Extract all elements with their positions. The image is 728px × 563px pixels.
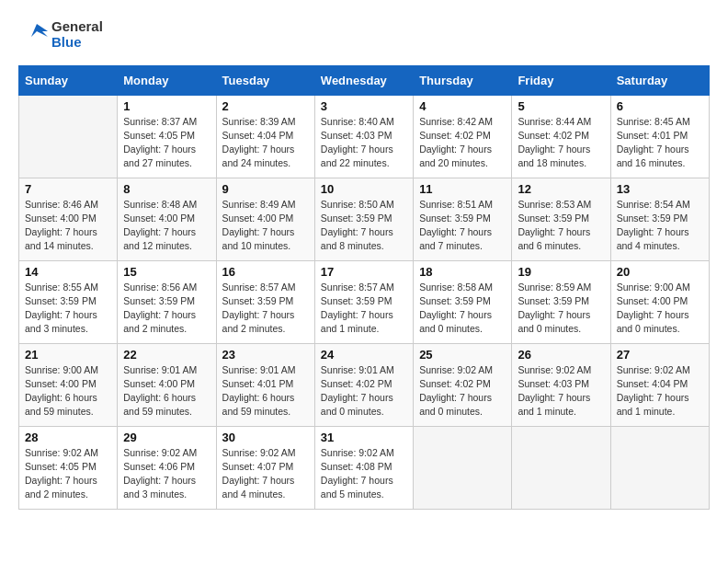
calendar-table: SundayMondayTuesdayWednesdayThursdayFrid… <box>18 65 710 510</box>
logo-blue-text: Blue <box>51 34 103 50</box>
header-monday: Monday <box>118 65 216 95</box>
calendar-cell: 15Sunrise: 8:56 AMSunset: 3:59 PMDayligh… <box>118 260 216 343</box>
day-number: 24 <box>321 348 407 362</box>
header-tuesday: Tuesday <box>216 65 314 95</box>
day-number: 10 <box>321 182 407 196</box>
calendar-cell: 4Sunrise: 8:42 AMSunset: 4:02 PMDaylight… <box>414 95 512 178</box>
calendar-cell: 20Sunrise: 9:00 AMSunset: 4:00 PMDayligh… <box>610 260 709 343</box>
day-info: Sunrise: 9:02 AMSunset: 4:03 PMDaylight:… <box>518 363 604 419</box>
day-info: Sunrise: 8:39 AMSunset: 4:04 PMDaylight:… <box>222 115 309 171</box>
calendar-cell: 1Sunrise: 8:37 AMSunset: 4:05 PMDaylight… <box>118 95 216 178</box>
day-number: 16 <box>222 265 309 279</box>
day-number: 5 <box>518 99 604 113</box>
day-number: 9 <box>222 182 309 196</box>
day-info: Sunrise: 8:53 AMSunset: 3:59 PMDaylight:… <box>518 198 604 254</box>
calendar-cell: 12Sunrise: 8:53 AMSunset: 3:59 PMDayligh… <box>512 178 610 260</box>
day-info: Sunrise: 9:00 AMSunset: 4:00 PMDaylight:… <box>25 363 111 419</box>
day-number: 17 <box>321 265 407 279</box>
calendar-cell: 16Sunrise: 8:57 AMSunset: 3:59 PMDayligh… <box>216 260 314 343</box>
calendar-cell: 26Sunrise: 9:02 AMSunset: 4:03 PMDayligh… <box>512 343 610 426</box>
logo-general-text: General <box>51 18 103 34</box>
week-row-3: 14Sunrise: 8:55 AMSunset: 3:59 PMDayligh… <box>19 260 710 343</box>
day-number: 13 <box>617 182 703 196</box>
calendar-cell: 5Sunrise: 8:44 AMSunset: 4:02 PMDaylight… <box>512 95 610 178</box>
calendar-cell: 22Sunrise: 9:01 AMSunset: 4:00 PMDayligh… <box>118 343 216 426</box>
calendar-cell: 13Sunrise: 8:54 AMSunset: 3:59 PMDayligh… <box>610 178 709 260</box>
day-info: Sunrise: 9:02 AMSunset: 4:04 PMDaylight:… <box>617 363 703 419</box>
day-info: Sunrise: 8:55 AMSunset: 3:59 PMDaylight:… <box>25 281 111 337</box>
calendar-cell: 2Sunrise: 8:39 AMSunset: 4:04 PMDaylight… <box>216 95 314 178</box>
day-info: Sunrise: 8:46 AMSunset: 4:00 PMDaylight:… <box>25 198 111 254</box>
day-info: Sunrise: 9:01 AMSunset: 4:02 PMDaylight:… <box>321 363 407 419</box>
day-number: 29 <box>123 431 210 444</box>
calendar-cell: 10Sunrise: 8:50 AMSunset: 3:59 PMDayligh… <box>314 178 413 260</box>
day-info: Sunrise: 9:01 AMSunset: 4:01 PMDaylight:… <box>222 363 309 419</box>
header-sunday: Sunday <box>19 65 118 95</box>
day-number: 23 <box>222 348 309 362</box>
day-number: 30 <box>222 431 309 444</box>
calendar-cell: 30Sunrise: 9:02 AMSunset: 4:07 PMDayligh… <box>216 426 314 509</box>
day-number: 3 <box>321 99 407 113</box>
day-info: Sunrise: 8:37 AMSunset: 4:05 PMDaylight:… <box>123 115 210 171</box>
svg-marker-0 <box>31 24 48 37</box>
day-info: Sunrise: 9:00 AMSunset: 4:00 PMDaylight:… <box>617 281 703 337</box>
day-info: Sunrise: 8:49 AMSunset: 4:00 PMDaylight:… <box>222 198 309 254</box>
header-saturday: Saturday <box>610 65 709 95</box>
day-info: Sunrise: 8:54 AMSunset: 3:59 PMDaylight:… <box>617 198 703 254</box>
day-info: Sunrise: 8:57 AMSunset: 3:59 PMDaylight:… <box>321 281 407 337</box>
day-number: 28 <box>25 431 111 444</box>
calendar-cell <box>414 426 512 509</box>
calendar-cell: 27Sunrise: 9:02 AMSunset: 4:04 PMDayligh… <box>610 343 709 426</box>
calendar-cell: 17Sunrise: 8:57 AMSunset: 3:59 PMDayligh… <box>314 260 413 343</box>
day-number: 7 <box>25 182 111 196</box>
header-friday: Friday <box>512 65 610 95</box>
day-number: 26 <box>518 348 604 362</box>
day-info: Sunrise: 8:44 AMSunset: 4:02 PMDaylight:… <box>518 115 604 171</box>
week-row-1: 1Sunrise: 8:37 AMSunset: 4:05 PMDaylight… <box>19 95 710 178</box>
calendar-cell: 28Sunrise: 9:02 AMSunset: 4:05 PMDayligh… <box>19 426 118 509</box>
day-info: Sunrise: 8:42 AMSunset: 4:02 PMDaylight:… <box>419 115 506 171</box>
day-number: 11 <box>419 182 506 196</box>
day-number: 2 <box>222 99 309 113</box>
day-number: 21 <box>25 348 111 362</box>
calendar-cell: 18Sunrise: 8:58 AMSunset: 3:59 PMDayligh… <box>414 260 512 343</box>
day-number: 19 <box>518 265 604 279</box>
calendar-cell: 8Sunrise: 8:48 AMSunset: 4:00 PMDaylight… <box>118 178 216 260</box>
day-info: Sunrise: 9:01 AMSunset: 4:00 PMDaylight:… <box>123 363 210 419</box>
calendar-cell: 19Sunrise: 8:59 AMSunset: 3:59 PMDayligh… <box>512 260 610 343</box>
day-number: 14 <box>25 265 111 279</box>
day-info: Sunrise: 8:59 AMSunset: 3:59 PMDaylight:… <box>518 281 604 337</box>
page-header: General Blue <box>18 18 710 51</box>
day-number: 25 <box>419 348 506 362</box>
calendar-cell: 31Sunrise: 9:02 AMSunset: 4:08 PMDayligh… <box>314 426 413 509</box>
calendar-cell: 3Sunrise: 8:40 AMSunset: 4:03 PMDaylight… <box>314 95 413 178</box>
calendar-cell: 24Sunrise: 9:01 AMSunset: 4:02 PMDayligh… <box>314 343 413 426</box>
calendar-cell: 6Sunrise: 8:45 AMSunset: 4:01 PMDaylight… <box>610 95 709 178</box>
day-info: Sunrise: 8:58 AMSunset: 3:59 PMDaylight:… <box>419 281 506 337</box>
day-info: Sunrise: 9:02 AMSunset: 4:02 PMDaylight:… <box>419 363 506 419</box>
logo: General Blue <box>18 18 103 51</box>
day-info: Sunrise: 8:57 AMSunset: 3:59 PMDaylight:… <box>222 281 309 337</box>
day-info: Sunrise: 8:56 AMSunset: 3:59 PMDaylight:… <box>123 281 210 337</box>
day-number: 15 <box>123 265 210 279</box>
header-thursday: Thursday <box>414 65 512 95</box>
day-info: Sunrise: 9:02 AMSunset: 4:07 PMDaylight:… <box>222 446 309 502</box>
day-number: 6 <box>617 99 703 113</box>
calendar-cell <box>512 426 610 509</box>
calendar-cell: 9Sunrise: 8:49 AMSunset: 4:00 PMDaylight… <box>216 178 314 260</box>
day-number: 22 <box>123 348 210 362</box>
day-number: 18 <box>419 265 506 279</box>
week-row-4: 21Sunrise: 9:00 AMSunset: 4:00 PMDayligh… <box>19 343 710 426</box>
day-number: 8 <box>123 182 210 196</box>
day-number: 27 <box>617 348 703 362</box>
week-row-2: 7Sunrise: 8:46 AMSunset: 4:00 PMDaylight… <box>19 178 710 260</box>
day-info: Sunrise: 9:02 AMSunset: 4:06 PMDaylight:… <box>123 446 210 502</box>
day-number: 4 <box>419 99 506 113</box>
calendar-cell: 21Sunrise: 9:00 AMSunset: 4:00 PMDayligh… <box>19 343 118 426</box>
logo-bird-icon <box>18 24 48 44</box>
calendar-cell <box>19 95 118 178</box>
day-number: 1 <box>123 99 210 113</box>
day-info: Sunrise: 8:40 AMSunset: 4:03 PMDaylight:… <box>321 115 407 171</box>
calendar-cell: 29Sunrise: 9:02 AMSunset: 4:06 PMDayligh… <box>118 426 216 509</box>
day-number: 20 <box>617 265 703 279</box>
